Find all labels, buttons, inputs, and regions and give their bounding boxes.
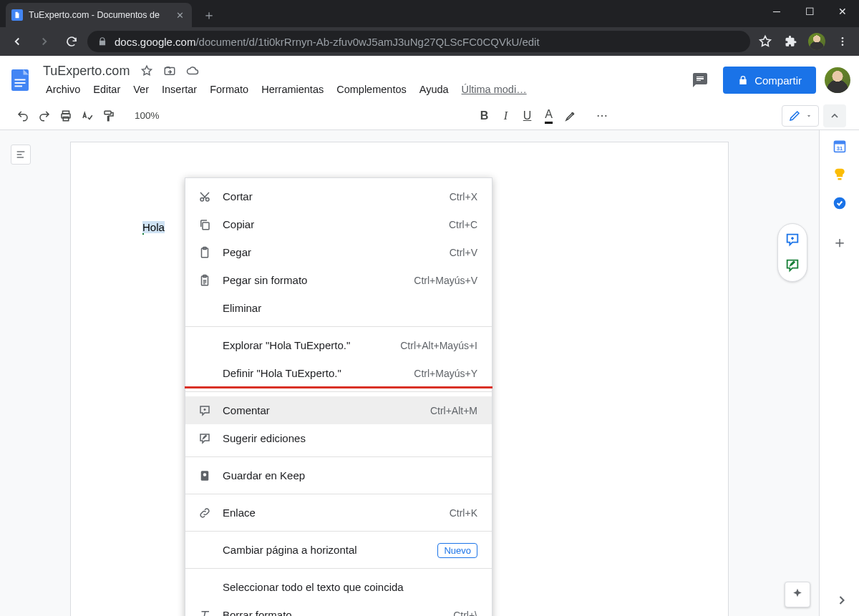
tab-title: TuExperto.com - Documentos de [29,10,169,20]
link-icon [197,505,213,521]
context-menu-item[interactable]: Explorar "Hola TuExperto."Ctrl+Alt+Mayús… [185,331,492,359]
context-menu-item[interactable]: EnlaceCtrl+K [185,499,492,527]
last-edited-link[interactable]: Última modi… [456,82,533,97]
context-menu-separator [185,494,492,494]
svg-point-28 [203,473,207,476]
account-avatar[interactable] [825,67,850,93]
paste-plain-icon [197,273,213,288]
context-menu-label: Guardar en Keep [223,469,305,481]
url-field[interactable]: docs.google.com/document/d/1ti0krRrnyn-A… [87,31,750,52]
menu-editar[interactable]: Editar [87,82,126,97]
context-menu-shortcut: Ctrl+C [449,219,477,230]
open-comments-button[interactable] [686,66,714,94]
menu-ayuda[interactable]: Ayuda [414,82,455,97]
window-close-button[interactable]: ✕ [826,0,859,23]
context-menu-item[interactable]: Eliminar [185,294,492,322]
blank-icon [197,542,213,558]
nav-forward-button[interactable] [33,30,56,53]
new-tab-button[interactable]: ＋ [199,5,219,25]
svg-rect-11 [105,111,111,114]
suggest-edits-floating-button[interactable] [781,254,804,277]
context-menu-shortcut: Ctrl+K [450,507,477,519]
calendar-icon[interactable]: 31 [833,139,847,153]
context-menu-item[interactable]: Seleccionar todo el texto que coincida [185,573,492,601]
context-menu-label: Pegar [223,246,251,258]
bold-button[interactable]: B [475,106,495,126]
context-menu-item[interactable]: CopiarCtrl+C [185,210,492,238]
docs-favicon [11,9,23,21]
cut-icon [197,189,213,205]
editing-mode-selector[interactable] [782,105,819,127]
redo-button[interactable] [34,106,54,126]
underline-button[interactable]: U [518,106,538,126]
highlight-button[interactable] [560,106,581,126]
context-menu-item[interactable]: Sugerir ediciones [185,424,492,452]
get-addons-button[interactable]: ＋ [832,232,848,253]
menu-herramientas[interactable]: Herramientas [256,82,329,97]
zoom-selector[interactable]: 100% [130,110,164,121]
bookmark-star-icon[interactable] [754,31,776,52]
outline-toggle-button[interactable] [11,145,31,165]
undo-button[interactable] [13,106,33,126]
spellcheck-button[interactable] [77,106,97,126]
menu-formato[interactable]: Formato [204,82,254,97]
docs-header: TuExperto.com Archivo Editar Ver Inserta… [0,56,859,102]
extensions-icon[interactable] [780,31,802,52]
nav-back-button[interactable] [6,30,29,53]
print-button[interactable] [56,106,76,126]
chrome-menu-icon[interactable] [832,31,853,52]
tab-close-icon[interactable]: ✕ [175,10,185,20]
menu-ver[interactable]: Ver [127,82,155,97]
svg-point-1 [842,41,844,43]
move-icon[interactable] [161,62,178,79]
paint-format-button[interactable] [99,106,119,126]
context-menu-item[interactable]: ComentarCtrl+Alt+M [185,396,492,424]
context-menu-shortcut: Ctrl+Alt+M [430,405,477,416]
context-menu-label: Seleccionar todo el texto que coincida [223,581,404,593]
context-menu-label: Pegar sin formato [223,274,307,286]
context-menu-item[interactable]: Pegar sin formatoCtrl+Mayús+V [185,266,492,294]
svg-text:31: 31 [836,145,842,152]
context-menu-label: Explorar "Hola TuExperto." [223,339,350,351]
context-menu-item[interactable]: Guardar en Keep [185,461,492,489]
profile-avatar-small[interactable] [806,31,828,52]
selected-text: Hola [142,221,165,233]
tasks-icon[interactable] [833,196,847,210]
context-menu-item[interactable]: Definir "Hola TuExperto."Ctrl+Mayús+Y [185,359,492,387]
context-menu-label: Copiar [223,218,254,230]
nav-reload-button[interactable] [60,30,83,53]
context-menu-item[interactable]: CortarCtrl+X [185,182,492,210]
more-toolbar-button[interactable]: ⋯ [592,106,612,126]
italic-button[interactable]: I [496,106,516,126]
window-minimize-button[interactable]: ─ [760,0,793,23]
context-menu-shortcut: Ctrl+Mayús+Y [414,368,477,379]
menu-insertar[interactable]: Insertar [156,82,203,97]
keep-icon[interactable] [833,167,847,182]
svg-rect-6 [15,86,23,87]
menu-archivo[interactable]: Archivo [40,82,86,97]
side-panel-show-button[interactable] [835,593,849,607]
star-icon[interactable] [138,62,155,79]
share-button[interactable]: Compartir [723,67,816,94]
svg-rect-18 [838,178,841,180]
menu-complementos[interactable]: Complementos [331,82,412,97]
add-comment-floating-button[interactable] [781,228,804,251]
blank-icon [197,300,213,316]
context-menu-item[interactable]: Borrar formatoCtrl+\ [185,601,492,616]
context-menu-item[interactable]: Cambiar página a horizontalNuevo [185,536,492,564]
svg-rect-4 [15,79,26,81]
cloud-status-icon[interactable] [184,62,201,79]
window-controls: ─ ☐ ✕ [760,0,859,23]
blank-icon [197,580,213,595]
menu-bar: Archivo Editar Ver Insertar Formato Herr… [40,80,680,99]
browser-tab[interactable]: TuExperto.com - Documentos de ✕ [6,3,192,27]
context-menu-item[interactable]: PegarCtrl+V [185,238,492,266]
window-maximize-button[interactable]: ☐ [793,0,826,23]
url-text: docs.google.com/document/d/1ti0krRrnyn-A… [115,36,540,48]
doc-title[interactable]: TuExperto.com [40,62,132,80]
text-color-button[interactable]: A [539,106,559,126]
context-menu-label: Definir "Hola TuExperto." [223,367,341,379]
docs-logo[interactable] [6,62,34,99]
hide-menus-button[interactable] [823,104,846,127]
explore-fab-button[interactable] [785,582,810,607]
